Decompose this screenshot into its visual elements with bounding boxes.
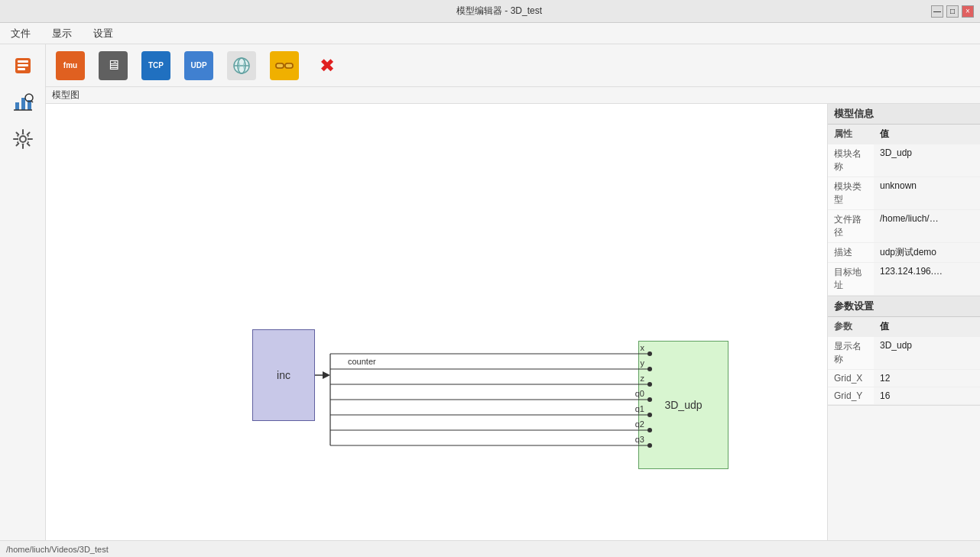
param-row-val-1: 12 — [874, 370, 980, 387]
svg-point-10 — [20, 136, 26, 142]
svg-rect-3 — [18, 60, 28, 63]
model-info-col-attr: 属性 — [828, 125, 874, 144]
chain-button[interactable] — [266, 49, 303, 83]
toolbar-area: fmu 🖥 TCP — [46, 44, 980, 540]
statusbar-path: /home/liuch/Videos/3D_test — [6, 545, 109, 554]
model-info-col-val: 值 — [874, 125, 980, 144]
model-info-section: 模型信息 属性 值 模块名称 3D_udp — [828, 104, 980, 296]
menu-display[interactable]: 显示 — [47, 25, 76, 42]
right-panel: 模型信息 属性 值 模块名称 3D_udp — [827, 104, 980, 540]
model-row-val-2: /home/liuch/… — [874, 210, 980, 243]
udp-icon: UDP — [184, 51, 213, 80]
table-row: 模块类型 unknown — [828, 177, 980, 210]
param-settings-table: 参数 值 显示名称 3D_udp Grid_X 12 — [828, 317, 980, 405]
minimize-button[interactable]: — — [931, 5, 943, 18]
param-col-key: 参数 — [828, 317, 874, 337]
menu-settings[interactable]: 设置 — [89, 25, 118, 42]
inc-block-label: inc — [277, 369, 290, 381]
tcp-icon: TCP — [141, 51, 170, 80]
param-row-key-1: Grid_X — [828, 370, 874, 387]
close-tool-icon: ✖ — [313, 51, 342, 80]
canvas-area[interactable]: inc 3D_udp — [46, 104, 827, 540]
main-container: fmu 🖥 TCP — [0, 44, 980, 540]
model-row-key-1: 模块类型 — [828, 177, 874, 210]
optical-icon — [227, 51, 256, 80]
udp-block-label: 3D_udp — [664, 399, 702, 411]
param-row-val-0: 3D_udp — [874, 337, 980, 370]
udp-button[interactable]: UDP — [180, 49, 217, 83]
menu-file[interactable]: 文件 — [6, 25, 35, 42]
menubar: 文件 显示 设置 — [0, 23, 980, 44]
gear-sidebar-icon[interactable] — [8, 124, 38, 154]
model-row-val-1: unknown — [874, 177, 980, 210]
fmu-button[interactable]: fmu — [52, 49, 89, 83]
svg-rect-18 — [285, 63, 293, 68]
restore-button[interactable]: □ — [946, 5, 959, 18]
close-button[interactable]: × — [962, 5, 974, 18]
monitor-icon: 🖥 — [99, 51, 128, 80]
param-row-val-2: 16 — [874, 387, 980, 405]
chain-icon — [270, 51, 299, 80]
left-sidebar — [0, 44, 46, 540]
table-row: Grid_X 12 — [828, 370, 980, 387]
fmu-icon: fmu — [56, 51, 85, 80]
connections-svg: x y z q0 — [46, 104, 827, 540]
statusbar: /home/liuch/Videos/3D_test — [0, 540, 980, 557]
param-row-key-2: Grid_Y — [828, 387, 874, 405]
diagram-container: inc 3D_udp — [46, 104, 827, 540]
model-row-key-4: 目标地址 — [828, 263, 874, 296]
app-logo-icon[interactable] — [8, 50, 38, 81]
svg-rect-1 — [18, 64, 28, 66]
model-row-val-0: 3D_udp — [874, 144, 980, 177]
table-row: Grid_Y 16 — [828, 387, 980, 405]
svg-rect-2 — [18, 68, 25, 70]
toolbar: fmu 🖥 TCP — [46, 44, 980, 87]
table-row: 显示名称 3D_udp — [828, 337, 980, 370]
udp-block[interactable]: 3D_udp — [638, 341, 729, 469]
titlebar: 模型编辑器 - 3D_test — □ × — [0, 0, 980, 23]
svg-rect-4 — [15, 102, 19, 110]
svg-text:counter: counter — [348, 357, 376, 366]
param-row-key-0: 显示名称 — [828, 337, 874, 370]
param-settings-title: 参数设置 — [828, 296, 980, 317]
close-tool-button[interactable]: ✖ — [309, 49, 346, 83]
model-row-key-2: 文件路径 — [828, 210, 874, 243]
model-row-val-3: udp测试demo — [874, 243, 980, 263]
tcp-button[interactable]: TCP — [138, 49, 174, 83]
table-row: 文件路径 /home/liuch/… — [828, 210, 980, 243]
table-row: 目标地址 123.124.196.… — [828, 263, 980, 296]
chart-sidebar-icon[interactable] — [8, 87, 38, 118]
model-row-key-0: 模块名称 — [828, 144, 874, 177]
model-row-val-4: 123.124.196.… — [874, 263, 980, 296]
titlebar-controls: — □ × — [931, 5, 974, 18]
canvas-label: 模型图 — [46, 87, 980, 104]
monitor-button[interactable]: 🖥 — [95, 49, 131, 83]
svg-line-9 — [31, 101, 33, 102]
table-row: 模块名称 3D_udp — [828, 144, 980, 177]
model-info-table: 属性 值 模块名称 3D_udp 模块类型 unknown — [828, 125, 980, 296]
param-settings-section: 参数设置 参数 值 显示名称 3D_udp — [828, 296, 980, 406]
canvas-label-text: 模型图 — [52, 89, 80, 102]
model-row-key-3: 描述 — [828, 243, 874, 263]
content-row: inc 3D_udp — [46, 104, 980, 540]
svg-rect-17 — [276, 63, 284, 68]
optical-button[interactable] — [223, 49, 260, 83]
titlebar-title: 模型编辑器 - 3D_test — [67, 5, 931, 18]
svg-marker-20 — [323, 371, 330, 379]
inc-block[interactable]: inc — [252, 329, 315, 421]
param-col-val: 值 — [874, 317, 980, 337]
table-row: 描述 udp测试demo — [828, 243, 980, 263]
model-info-title: 模型信息 — [828, 104, 980, 125]
svg-rect-5 — [21, 98, 25, 110]
